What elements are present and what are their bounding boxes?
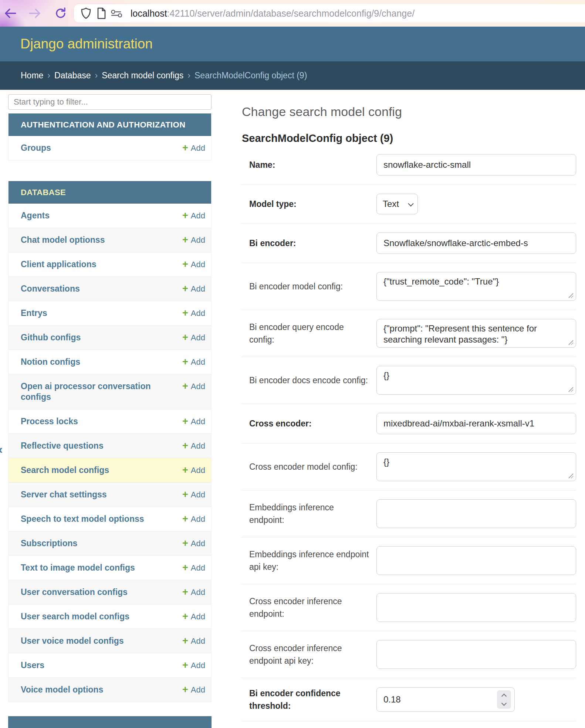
sidebar-link-open-ai-processor-conversation-configs[interactable]: Open ai processor conversation configs [21, 381, 182, 402]
add-link-server-chat-settingss[interactable]: +Add [182, 489, 205, 500]
sidebar-link-voice-model-options[interactable]: Voice model options [21, 684, 182, 695]
add-link-user-search-model-configs[interactable]: +Add [182, 611, 205, 622]
input-cross-encoder-inference-endpoint-api-key[interactable] [376, 640, 576, 669]
field-control [376, 593, 576, 622]
number-spinner[interactable] [497, 690, 511, 709]
breadcrumb-database[interactable]: Database [54, 71, 91, 81]
plus-icon: + [182, 332, 188, 343]
sidebar-link-user-conversation-configs[interactable]: User conversation configs [21, 587, 182, 598]
add-link-user-voice-model-configs[interactable]: +Add [182, 636, 205, 646]
sidebar-link-subscriptions[interactable]: Subscriptions [21, 538, 182, 549]
sidebar-item-text-to-image-model-configs: Text to image model configs+Add [9, 556, 211, 580]
page-info-icon[interactable] [97, 7, 106, 19]
site-title[interactable]: Django administration [20, 36, 153, 52]
sidebar-link-entrys[interactable]: Entrys [21, 308, 182, 319]
back-icon[interactable] [3, 6, 18, 21]
sidebar-link-conversations[interactable]: Conversations [21, 283, 182, 294]
add-label: Add [191, 308, 205, 319]
add-link-user-conversation-configs[interactable]: +Add [182, 587, 205, 598]
main-content: Change search model config SearchModelCo… [212, 90, 585, 721]
plus-icon: + [182, 611, 188, 622]
spinner-down-icon[interactable] [501, 700, 507, 705]
plus-icon: + [182, 587, 188, 598]
input-cross-encoder[interactable] [376, 413, 576, 434]
input-bi-encoder[interactable] [376, 232, 576, 254]
field-control: {"trust_remote_code": "True"} [376, 272, 576, 301]
add-link-groups[interactable]: +Add [182, 143, 205, 153]
add-link-search-model-configs[interactable]: +Add [182, 465, 205, 476]
sidebar-link-groups[interactable]: Groups [21, 143, 182, 153]
add-link-open-ai-processor-conversation-configs[interactable]: +Add [182, 381, 205, 392]
textarea-bi-encoder-query-encode-config[interactable]: {"prompt": "Represent this sentence for … [376, 319, 576, 348]
add-link-reflective-questions[interactable]: +Add [182, 440, 205, 451]
shield-icon[interactable] [81, 7, 91, 19]
add-label: Add [191, 381, 205, 392]
number-input-bi-encoder-confidence-threshold[interactable]: 0.18 [376, 687, 515, 712]
field-label-name: Name: [249, 159, 376, 171]
sidebar-module-database: DATABASEAgents+AddChat model optionss+Ad… [8, 181, 212, 702]
add-label: Add [191, 562, 205, 573]
sidebar-link-text-to-image-model-configs[interactable]: Text to image model configs [21, 562, 182, 573]
sidebar-link-client-applications[interactable]: Client applications [21, 259, 182, 270]
field-control: 0.18 [376, 687, 515, 712]
input-embeddings-inference-endpoint[interactable] [376, 499, 576, 528]
textarea-bi-encoder-docs-encode-config[interactable]: {} [376, 366, 576, 395]
sidebar-toggle-icon[interactable]: ‹ [0, 443, 3, 455]
add-link-subscriptions[interactable]: +Add [182, 538, 205, 549]
select-model-type[interactable]: Text [376, 194, 418, 214]
site-header: Django administration [0, 27, 585, 61]
object-title: SearchModelConfig object (9) [242, 132, 576, 144]
input-name[interactable] [376, 154, 576, 176]
breadcrumb-home[interactable]: Home [21, 71, 43, 81]
sidebar-link-chat-model-optionss[interactable]: Chat model optionss [21, 235, 182, 245]
plus-icon: + [182, 514, 188, 524]
sidebar-link-process-locks[interactable]: Process locks [21, 416, 182, 427]
sidebar-item-process-locks: Process locks+Add [9, 409, 211, 434]
address-bar[interactable]: localhost:42110/server/admin/database/se… [74, 4, 585, 23]
textarea-cross-encoder-model-config[interactable]: {} [376, 452, 576, 481]
add-link-conversations[interactable]: +Add [182, 283, 205, 294]
add-link-client-applications[interactable]: +Add [182, 259, 205, 270]
add-link-notion-configs[interactable]: +Add [182, 357, 205, 367]
add-link-voice-model-options[interactable]: +Add [182, 684, 205, 695]
add-link-text-to-image-model-configs[interactable]: +Add [182, 562, 205, 573]
sidebar-link-user-voice-model-configs[interactable]: User voice model configs [21, 636, 182, 646]
add-label: Add [191, 489, 205, 500]
add-link-process-locks[interactable]: +Add [182, 416, 205, 427]
add-link-entrys[interactable]: +Add [182, 308, 205, 319]
sidebar-filter-input[interactable] [8, 94, 212, 110]
textarea-bi-encoder-model-config[interactable]: {"trust_remote_code": "True"} [376, 272, 576, 301]
sidebar-link-speech-to-text-model-optionss[interactable]: Speech to text model optionss [21, 514, 182, 524]
refresh-icon[interactable] [53, 6, 68, 21]
sidebar-link-users[interactable]: Users [21, 660, 182, 671]
sidebar-link-github-configs[interactable]: Github configs [21, 332, 182, 343]
field-control [376, 546, 576, 575]
sidebar-link-reflective-questions[interactable]: Reflective questions [21, 440, 182, 451]
add-link-users[interactable]: +Add [182, 660, 205, 671]
field-control: {} [376, 366, 576, 395]
change-form: Name:Model type:TextBi encoder:Bi encode… [241, 145, 576, 721]
sidebar-link-search-model-configs[interactable]: Search model configs [21, 465, 182, 476]
sidebar-link-user-search-model-configs[interactable]: User search model configs [21, 611, 182, 622]
add-link-github-configs[interactable]: +Add [182, 332, 205, 343]
add-link-chat-model-optionss[interactable]: +Add [182, 235, 205, 245]
sidebar-link-server-chat-settingss[interactable]: Server chat settingss [21, 489, 182, 500]
breadcrumb: Home › Database › Search model configs ›… [0, 61, 585, 90]
sidebar-item-open-ai-processor-conversation-configs: Open ai processor conversation configs+A… [9, 374, 211, 409]
spinner-up-icon[interactable] [501, 693, 507, 698]
forward-icon[interactable] [27, 6, 42, 21]
textarea-value: {"prompt": "Represent this sentence for … [383, 323, 537, 344]
plus-icon: + [182, 210, 188, 221]
breadcrumb-search-model-configs[interactable]: Search model configs [102, 71, 183, 81]
sidebar-link-notion-configs[interactable]: Notion configs [21, 357, 182, 367]
sidebar-link-agents[interactable]: Agents [21, 210, 182, 221]
input-embeddings-inference-endpoint-api-key[interactable] [376, 546, 576, 575]
input-cross-encoder-inference-endpoint[interactable] [376, 593, 576, 622]
permissions-icon[interactable] [111, 9, 123, 17]
add-link-speech-to-text-model-optionss[interactable]: +Add [182, 514, 205, 524]
form-row-bi-encoder-model-config: Bi encoder model config:{"trust_remote_c… [241, 263, 576, 310]
add-label: Add [191, 416, 205, 427]
add-link-agents[interactable]: +Add [182, 210, 205, 221]
form-row-bi-encoder-confidence-threshold: Bi encoder confidence threshold:0.18 [241, 678, 576, 721]
add-label: Add [191, 660, 205, 671]
